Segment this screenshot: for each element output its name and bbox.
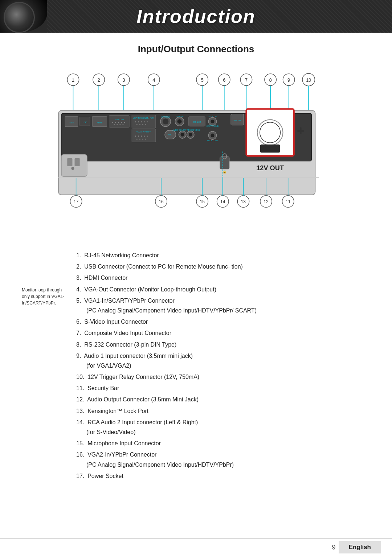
svg-point-84 (145, 139, 146, 140)
lens-graphic (0, 0, 47, 33)
svg-text:8: 8 (269, 77, 271, 83)
svg-text:3V OUT: 3V OUT (233, 119, 241, 122)
svg-text:12: 12 (264, 199, 269, 204)
svg-point-108 (71, 167, 74, 170)
svg-text:5: 5 (201, 77, 204, 83)
list-item: 15. Microphone Input Connector (76, 438, 370, 448)
page-title: Introduction (136, 5, 255, 27)
svg-text:USB: USB (83, 121, 87, 123)
svg-text:+: + (297, 123, 305, 138)
svg-text:VGA2 IN / PbPr: VGA2 IN / PbPr (136, 131, 151, 133)
svg-point-56 (136, 124, 138, 125)
svg-text:VIDEO: VIDEO (176, 115, 183, 118)
svg-point-88 (181, 133, 184, 136)
svg-text:MIC: MIC (168, 134, 173, 136)
svg-point-51 (135, 121, 136, 122)
svg-text:AUDIO IN (L&R) VIDEO/S-VIDEO: AUDIO IN (L&R) VIDEO/S-VIDEO (173, 129, 200, 131)
svg-point-81 (136, 139, 138, 140)
list-item: 12. Audio Output Connector (3.5mm Mini J… (76, 394, 370, 404)
svg-text:AUDIO OUT: AUDIO OUT (207, 139, 218, 142)
svg-rect-105 (61, 155, 87, 177)
list-item: 5. VGA1-In/SCART/YPbPr Connector(PC Anal… (76, 296, 370, 315)
diagram-svg: 1 2 3 4 5 6 7 8 9 10 (22, 62, 370, 238)
svg-point-53 (141, 121, 142, 122)
list-item: 2. USB Connector (Connect to PC for Remo… (76, 262, 370, 271)
svg-text:11: 11 (286, 199, 291, 204)
list-item: 7. Composite Video Input Connector (76, 328, 370, 338)
svg-text:1: 1 (72, 77, 74, 83)
sidebar-note: Monitor loop through only support in VGA… (22, 287, 69, 482)
svg-point-55 (147, 121, 148, 122)
svg-point-69 (211, 120, 214, 123)
svg-point-48 (122, 124, 123, 125)
svg-point-79 (144, 136, 145, 137)
svg-text:17: 17 (74, 199, 79, 204)
list-item: 9. Audio 1 Input connector (3.5mm mini j… (76, 351, 370, 371)
diagram-container: 1 2 3 4 5 6 7 8 9 10 (22, 62, 370, 240)
svg-text:7: 7 (245, 77, 248, 83)
svg-point-41 (115, 122, 116, 123)
svg-text:9: 9 (287, 77, 290, 83)
svg-text:(VGA/MIC 3.5): (VGA/MIC 3.5) (207, 125, 219, 127)
svg-rect-107 (75, 158, 80, 166)
svg-rect-106 (67, 158, 72, 166)
list-item: 14. RCA Audio 2 Input connector (Left & … (76, 417, 370, 437)
svg-point-52 (138, 121, 139, 122)
svg-point-47 (119, 124, 121, 125)
svg-text:6: 6 (223, 77, 225, 83)
svg-text:AUDIO IN: AUDIO IN (208, 115, 217, 118)
svg-text:13: 13 (241, 199, 246, 204)
svg-point-45 (114, 124, 115, 125)
list-item: 6. S-Video Input Connector (76, 317, 370, 327)
list-item: 10. 12V Trigger Relay Connector (12V, 75… (76, 372, 370, 382)
list-item: 4. VGA-Out Connector (Monitor Loop-throu… (76, 285, 370, 294)
list-item: 16. VGA2-In/YPbPr Connector(PC Analog Si… (76, 450, 370, 469)
svg-point-64 (177, 119, 181, 124)
svg-text:14: 14 (220, 199, 225, 204)
svg-text:VGA OUT: VGA OUT (114, 118, 124, 120)
svg-point-90 (189, 133, 192, 136)
svg-point-43 (121, 122, 122, 123)
svg-point-59 (145, 124, 146, 125)
svg-text:🔒: 🔒 (222, 169, 227, 174)
list-item: 8. RS-232 Connector (3-pin DIN Type) (76, 340, 370, 349)
svg-text:3: 3 (122, 77, 125, 83)
svg-text:RJ-8: RJ-8 (69, 122, 74, 124)
svg-rect-38 (109, 116, 130, 127)
svg-point-83 (142, 139, 143, 140)
svg-point-77 (138, 136, 139, 137)
list-item: 3. HDMI Connector (76, 273, 370, 283)
svg-text:10: 10 (306, 78, 311, 83)
svg-point-54 (144, 121, 145, 122)
svg-text:S-VIDEO: S-VIDEO (162, 116, 170, 118)
content-area: Monitor loop through only support in VGA… (22, 250, 370, 482)
page-number: 9 (332, 544, 336, 551)
svg-point-42 (118, 122, 119, 123)
svg-text:VGA IN / SCART / PbPr: VGA IN / SCART / PbPr (133, 117, 154, 119)
svg-text:12V OUT: 12V OUT (256, 164, 284, 172)
items-list: 1. RJ-45 Networking Connector2. USB Conn… (76, 250, 370, 482)
svg-point-80 (147, 136, 148, 137)
svg-point-61 (163, 119, 168, 124)
list-item: 11. Security Bar (76, 383, 370, 393)
svg-text:2: 2 (98, 77, 100, 83)
svg-text:HDMI: HDMI (97, 122, 103, 124)
svg-point-58 (142, 124, 143, 125)
svg-point-82 (139, 139, 140, 140)
svg-point-98 (260, 122, 281, 143)
svg-point-44 (124, 122, 125, 123)
svg-point-46 (117, 124, 118, 125)
svg-point-76 (135, 136, 136, 137)
language-label: English (339, 541, 381, 553)
list-item: 13. Kensington™ Lock Port (76, 406, 370, 416)
main-content: Input/Output Connections 1 2 3 4 5 6 7 (0, 33, 392, 497)
list-item: 17. Power Socket (76, 471, 370, 481)
svg-point-93 (211, 134, 214, 137)
svg-text:4: 4 (152, 77, 155, 83)
svg-text:15: 15 (200, 199, 205, 204)
section-title: Input/Output Connections (22, 44, 370, 55)
svg-rect-99 (260, 144, 280, 152)
svg-point-78 (141, 136, 142, 137)
svg-point-57 (139, 124, 140, 125)
header: Introduction (0, 0, 392, 33)
